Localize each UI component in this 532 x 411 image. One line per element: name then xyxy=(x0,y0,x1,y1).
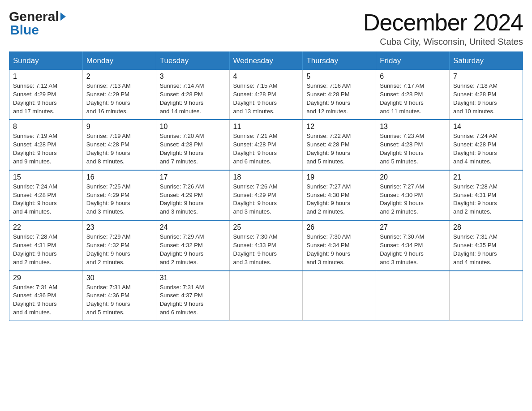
day-number: 8 xyxy=(13,123,79,131)
day-number: 14 xyxy=(453,123,519,131)
column-header-tuesday: Tuesday xyxy=(156,52,229,70)
day-info: Sunrise: 7:19 AMSunset: 4:28 PMDaylight:… xyxy=(13,133,57,165)
calendar-cell: 29 Sunrise: 7:31 AMSunset: 4:36 PMDaylig… xyxy=(9,271,83,321)
calendar-cell: 13 Sunrise: 7:23 AMSunset: 4:28 PMDaylig… xyxy=(376,120,450,170)
calendar-cell xyxy=(450,271,523,321)
calendar-cell: 23 Sunrise: 7:29 AMSunset: 4:32 PMDaylig… xyxy=(82,220,156,270)
day-number: 13 xyxy=(380,123,446,131)
column-header-wednesday: Wednesday xyxy=(229,52,303,70)
calendar-week-row: 29 Sunrise: 7:31 AMSunset: 4:36 PMDaylig… xyxy=(9,271,523,321)
calendar-cell: 7 Sunrise: 7:18 AMSunset: 4:28 PMDayligh… xyxy=(450,70,523,120)
day-number: 22 xyxy=(13,223,79,231)
calendar-cell: 20 Sunrise: 7:27 AMSunset: 4:30 PMDaylig… xyxy=(376,170,450,220)
calendar-cell: 6 Sunrise: 7:17 AMSunset: 4:28 PMDayligh… xyxy=(376,70,450,120)
day-number: 15 xyxy=(13,173,79,181)
day-info: Sunrise: 7:23 AMSunset: 4:28 PMDaylight:… xyxy=(380,133,424,165)
day-info: Sunrise: 7:21 AMSunset: 4:28 PMDaylight:… xyxy=(233,133,278,165)
day-info: Sunrise: 7:31 AMSunset: 4:35 PMDaylight:… xyxy=(453,233,498,265)
calendar-cell: 21 Sunrise: 7:28 AMSunset: 4:31 PMDaylig… xyxy=(450,170,523,220)
day-info: Sunrise: 7:13 AMSunset: 4:29 PMDaylight:… xyxy=(86,82,131,115)
calendar-week-row: 15 Sunrise: 7:24 AMSunset: 4:28 PMDaylig… xyxy=(9,170,523,220)
day-number: 19 xyxy=(306,173,372,181)
day-number: 20 xyxy=(380,173,446,181)
day-number: 16 xyxy=(86,173,152,181)
day-info: Sunrise: 7:26 AMSunset: 4:29 PMDaylight:… xyxy=(160,183,204,215)
column-header-thursday: Thursday xyxy=(303,52,376,70)
calendar-week-row: 1 Sunrise: 7:12 AMSunset: 4:29 PMDayligh… xyxy=(9,70,523,120)
day-info: Sunrise: 7:26 AMSunset: 4:29 PMDaylight:… xyxy=(233,183,278,215)
day-number: 17 xyxy=(160,173,226,181)
day-number: 10 xyxy=(160,123,226,131)
day-info: Sunrise: 7:27 AMSunset: 4:30 PMDaylight:… xyxy=(306,183,351,215)
calendar-cell: 5 Sunrise: 7:16 AMSunset: 4:28 PMDayligh… xyxy=(303,70,376,120)
day-number: 12 xyxy=(306,123,372,131)
calendar-cell: 8 Sunrise: 7:19 AMSunset: 4:28 PMDayligh… xyxy=(9,120,83,170)
day-number: 4 xyxy=(233,73,299,81)
day-number: 7 xyxy=(453,73,519,81)
day-info: Sunrise: 7:15 AMSunset: 4:28 PMDaylight:… xyxy=(233,82,278,115)
calendar-cell: 17 Sunrise: 7:26 AMSunset: 4:29 PMDaylig… xyxy=(156,170,229,220)
day-number: 29 xyxy=(13,274,79,282)
location-title: Cuba City, Wisconsin, United States xyxy=(363,37,523,47)
calendar-cell: 16 Sunrise: 7:25 AMSunset: 4:29 PMDaylig… xyxy=(82,170,156,220)
day-info: Sunrise: 7:30 AMSunset: 4:34 PMDaylight:… xyxy=(306,233,351,265)
calendar-cell: 12 Sunrise: 7:22 AMSunset: 4:28 PMDaylig… xyxy=(303,120,376,170)
day-info: Sunrise: 7:18 AMSunset: 4:28 PMDaylight:… xyxy=(453,82,498,115)
calendar-cell: 22 Sunrise: 7:28 AMSunset: 4:31 PMDaylig… xyxy=(9,220,83,270)
day-number: 3 xyxy=(160,73,226,81)
calendar-cell: 30 Sunrise: 7:31 AMSunset: 4:36 PMDaylig… xyxy=(82,271,156,321)
day-info: Sunrise: 7:12 AMSunset: 4:29 PMDaylight:… xyxy=(13,82,57,115)
day-info: Sunrise: 7:24 AMSunset: 4:28 PMDaylight:… xyxy=(453,133,498,165)
column-header-monday: Monday xyxy=(82,52,156,70)
day-number: 5 xyxy=(306,73,372,81)
day-number: 9 xyxy=(86,123,152,131)
day-info: Sunrise: 7:22 AMSunset: 4:28 PMDaylight:… xyxy=(306,133,351,165)
logo: General Blue xyxy=(9,9,66,38)
calendar-cell: 10 Sunrise: 7:20 AMSunset: 4:28 PMDaylig… xyxy=(156,120,229,170)
day-info: Sunrise: 7:16 AMSunset: 4:28 PMDaylight:… xyxy=(306,82,351,115)
calendar-cell xyxy=(229,271,303,321)
calendar-week-row: 8 Sunrise: 7:19 AMSunset: 4:28 PMDayligh… xyxy=(9,120,523,170)
day-info: Sunrise: 7:31 AMSunset: 4:36 PMDaylight:… xyxy=(13,284,57,316)
calendar-cell: 26 Sunrise: 7:30 AMSunset: 4:34 PMDaylig… xyxy=(303,220,376,270)
calendar-cell: 27 Sunrise: 7:30 AMSunset: 4:34 PMDaylig… xyxy=(376,220,450,270)
day-number: 11 xyxy=(233,123,299,131)
day-info: Sunrise: 7:31 AMSunset: 4:36 PMDaylight:… xyxy=(86,284,131,316)
page-header: General Blue December 2024 Cuba City, Wi… xyxy=(9,9,523,47)
calendar-cell: 2 Sunrise: 7:13 AMSunset: 4:29 PMDayligh… xyxy=(82,70,156,120)
calendar-cell: 24 Sunrise: 7:29 AMSunset: 4:32 PMDaylig… xyxy=(156,220,229,270)
day-info: Sunrise: 7:20 AMSunset: 4:28 PMDaylight:… xyxy=(160,133,204,165)
calendar-cell: 31 Sunrise: 7:31 AMSunset: 4:37 PMDaylig… xyxy=(156,271,229,321)
day-info: Sunrise: 7:24 AMSunset: 4:28 PMDaylight:… xyxy=(13,183,57,215)
calendar-cell: 1 Sunrise: 7:12 AMSunset: 4:29 PMDayligh… xyxy=(9,70,83,120)
calendar-cell: 18 Sunrise: 7:26 AMSunset: 4:29 PMDaylig… xyxy=(229,170,303,220)
day-number: 28 xyxy=(453,223,519,231)
day-number: 24 xyxy=(160,223,226,231)
day-number: 30 xyxy=(86,274,152,282)
day-number: 25 xyxy=(233,223,299,231)
day-info: Sunrise: 7:17 AMSunset: 4:28 PMDaylight:… xyxy=(380,82,424,115)
day-number: 18 xyxy=(233,173,299,181)
day-info: Sunrise: 7:30 AMSunset: 4:34 PMDaylight:… xyxy=(380,233,424,265)
day-number: 6 xyxy=(380,73,446,81)
column-header-friday: Friday xyxy=(376,52,450,70)
calendar-cell xyxy=(303,271,376,321)
calendar-cell: 25 Sunrise: 7:30 AMSunset: 4:33 PMDaylig… xyxy=(229,220,303,270)
calendar-week-row: 22 Sunrise: 7:28 AMSunset: 4:31 PMDaylig… xyxy=(9,220,523,270)
calendar-cell: 14 Sunrise: 7:24 AMSunset: 4:28 PMDaylig… xyxy=(450,120,523,170)
day-number: 1 xyxy=(13,73,79,81)
day-number: 2 xyxy=(86,73,152,81)
day-info: Sunrise: 7:29 AMSunset: 4:32 PMDaylight:… xyxy=(160,233,204,265)
calendar-cell: 9 Sunrise: 7:19 AMSunset: 4:28 PMDayligh… xyxy=(82,120,156,170)
calendar-cell: 28 Sunrise: 7:31 AMSunset: 4:35 PMDaylig… xyxy=(450,220,523,270)
calendar-cell: 4 Sunrise: 7:15 AMSunset: 4:28 PMDayligh… xyxy=(229,70,303,120)
calendar-table: SundayMondayTuesdayWednesdayThursdayFrid… xyxy=(9,51,523,321)
logo-blue: Blue xyxy=(9,22,39,38)
day-info: Sunrise: 7:25 AMSunset: 4:29 PMDaylight:… xyxy=(86,183,131,215)
calendar-cell: 11 Sunrise: 7:21 AMSunset: 4:28 PMDaylig… xyxy=(229,120,303,170)
day-info: Sunrise: 7:31 AMSunset: 4:37 PMDaylight:… xyxy=(160,284,204,316)
day-info: Sunrise: 7:27 AMSunset: 4:30 PMDaylight:… xyxy=(380,183,424,215)
calendar-cell: 19 Sunrise: 7:27 AMSunset: 4:30 PMDaylig… xyxy=(303,170,376,220)
day-info: Sunrise: 7:28 AMSunset: 4:31 PMDaylight:… xyxy=(453,183,498,215)
day-number: 31 xyxy=(160,274,226,282)
